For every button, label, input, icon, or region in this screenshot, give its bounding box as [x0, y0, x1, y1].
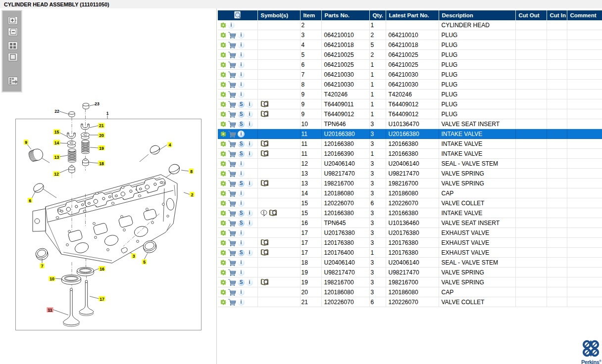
svg-text:7: 7	[41, 264, 44, 269]
svg-text:23: 23	[95, 101, 100, 106]
svg-text:15: 15	[54, 130, 59, 135]
svg-text:1: 1	[106, 111, 109, 116]
svg-text:20: 20	[99, 133, 104, 138]
svg-text:12: 12	[54, 172, 59, 177]
svg-text:14: 14	[54, 140, 59, 145]
svg-text:22: 22	[54, 109, 59, 114]
svg-text:17: 17	[100, 297, 104, 302]
svg-text:8: 8	[190, 169, 193, 174]
svg-text:2: 2	[191, 192, 194, 197]
svg-text:16: 16	[100, 267, 104, 272]
svg-text:18: 18	[99, 161, 104, 166]
svg-text:21: 21	[99, 123, 104, 128]
svg-text:6: 6	[29, 198, 31, 203]
svg-text:19: 19	[99, 146, 104, 151]
svg-text:9: 9	[25, 140, 27, 145]
svg-text:11: 11	[48, 308, 52, 313]
svg-text:13: 13	[54, 155, 59, 160]
svg-text:3: 3	[133, 254, 135, 259]
svg-text:4: 4	[169, 142, 171, 147]
svg-text:5: 5	[143, 260, 146, 265]
svg-text:10: 10	[50, 276, 54, 281]
